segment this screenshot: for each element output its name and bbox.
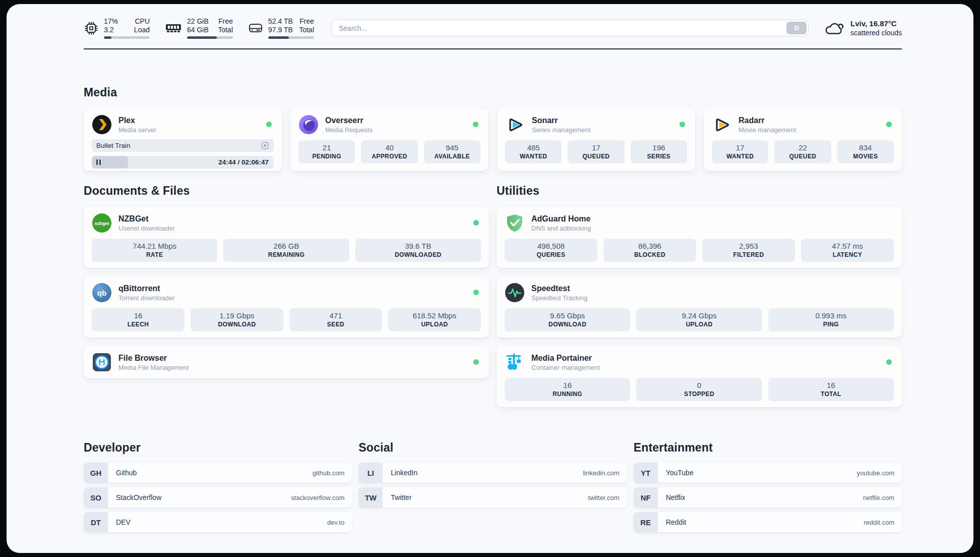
weather-widget: Lviv, 16.87°C scattered clouds [824,19,902,37]
status-dot-online [473,359,479,365]
status-dot-online [886,122,892,127]
section-title-social: Social [358,441,627,455]
app-desc: Series management [532,126,590,134]
media-grid: Plex Media server Bullet Train 24:44 / 0… [84,108,902,171]
status-dot-online [473,220,479,226]
svg-text:qb: qb [97,289,106,297]
ram-stat: 22 GiBFree 64 GiBTotal [165,17,233,39]
sonarr-icon [505,115,525,135]
overseerr-icon [298,115,319,135]
section-title-media: Media [84,86,902,99]
bookmark-github[interactable]: GH Github github.com [84,463,352,483]
search-input[interactable] [331,20,809,36]
bookmark-name: DEV [116,518,131,526]
ram-total-value: 64 GiB [187,26,209,34]
app-desc: Movie management [739,126,796,134]
bookmark-netflix[interactable]: NF Netflix netflix.com [634,487,902,508]
portainer-icon [505,352,525,372]
stat-queued: 17QUEUED [568,140,624,163]
bookmark-name: LinkedIn [391,469,417,477]
app-desc: Usenet downloader [118,224,175,233]
bookmark-abbr: SO [84,487,108,508]
app-name: AdGuard Home [531,214,591,224]
bookmark-dev[interactable]: DT DEV dev.to [84,512,352,532]
cpu-label: CPU [135,17,150,26]
qbittorrent-icon: qb [92,283,112,303]
disk-total-label: Total [299,26,314,34]
bookmark-abbr: TW [358,487,383,508]
now-playing-title: Bullet Train [96,142,261,149]
app-desc: Media server [118,126,156,134]
stat-queries: 498,508QUERIES [505,239,597,262]
filebrowser-icon [92,352,112,372]
stat-filtered: 2,953FILTERED [702,239,795,262]
app-card-overseerr[interactable]: Overseerr Media Requests 21PENDING 40APP… [290,108,488,171]
system-stats: 17%CPU 3.2Load 22 GiBFree 64 GiBTotal [84,17,314,39]
app-name: Plex [118,116,156,126]
bookmark-name: Github [116,469,137,477]
bookmark-url: github.com [313,469,345,477]
bookmark-reddit[interactable]: RE Reddit reddit.com [634,512,902,532]
app-card-sonarr[interactable]: Sonarr Series management 485WANTED 17QUE… [497,108,695,171]
app-desc: Media File Management [118,363,189,372]
stat-approved: 40APPROVED [361,140,417,163]
bookmark-name: Twitter [391,493,411,502]
stat-pending: 21PENDING [298,140,355,163]
stat-leech: 16LEECH [92,308,185,331]
utilities-column: Utilities AdGuard Home DNS and adblockin… [497,184,902,416]
screen-frame: 17%CPU 3.2Load 22 GiBFree 64 GiBTotal [0,0,980,557]
app-desc: Torrent downloader [118,294,174,302]
stat-wanted: 485WANTED [505,140,562,163]
cpu-stat: 17%CPU 3.2Load [84,17,150,39]
app-card-speedtest[interactable]: Speedtest Speedtest Tracking 9.65 GbpsDO… [497,276,902,338]
app-name: File Browser [118,353,189,363]
app-card-nzbget[interactable]: nzbget NZBGet Usenet downloader 744.21 M… [84,207,489,268]
stat-download: 9.65 GbpsDOWNLOAD [505,308,630,331]
app-card-adguard[interactable]: AdGuard Home DNS and adblocking 498,508Q… [497,207,902,268]
bookmark-name: Netflix [666,493,686,502]
bookmark-abbr: DT [84,512,108,532]
app-name: NZBGet [118,214,175,224]
cpu-load-label: Load [134,26,150,34]
search-engine-button[interactable]: G [786,22,807,34]
bookmark-group-developer: Developer GH Github github.com SO StackO… [84,441,352,537]
bookmark-stackoverflow[interactable]: SO StackOverflow stackoverflow.com [84,487,352,508]
bookmark-twitter[interactable]: TW Twitter twitter.com [358,487,627,508]
bookmark-abbr: GH [84,463,108,483]
disk-stat: 52.4 TBFree 97.9 TBTotal [248,17,314,39]
app-name: Radarr [739,116,796,126]
radarr-icon [712,115,732,135]
now-playing-row: Bullet Train [92,139,274,152]
app-card-filebrowser[interactable]: File Browser Media File Management [84,346,489,378]
ram-icon [165,22,182,35]
app-desc: Speedtest Tracking [531,294,587,302]
session-screen-icon [261,141,269,150]
bookmark-group-entertainment: Entertainment YT YouTube youtube.com NF … [634,441,902,537]
app-card-radarr[interactable]: Radarr Movie management 17WANTED 22QUEUE… [704,108,902,171]
stat-running: 16RUNNING [505,378,630,401]
stat-upload: 9.24 GbpsUPLOAD [636,308,762,331]
stat-available: 945AVAILABLE [424,140,480,163]
stat-latency: 47.57 msLATENCY [801,239,894,262]
bookmark-youtube[interactable]: YT YouTube youtube.com [634,463,902,483]
app-card-qbittorrent[interactable]: qb qBittorrent Torrent downloader 16LEEC… [84,276,489,338]
disk-free-label: Free [299,17,314,26]
disk-progress-bar [268,36,314,39]
app-name: Speedtest [531,284,587,294]
pause-icon[interactable] [96,159,101,165]
app-card-plex[interactable]: Plex Media server Bullet Train 24:44 / 0… [84,108,282,171]
stat-stopped: 0STOPPED [636,378,762,401]
stat-series: 196SERIES [631,140,687,163]
status-dot-online [473,290,479,295]
bookmark-abbr: YT [634,463,658,483]
scattered-clouds-icon [824,20,845,36]
weather-condition: scattered clouds [850,28,902,37]
app-name: Sonarr [532,116,590,126]
header-divider [84,48,902,49]
app-card-portainer[interactable]: Media Portainer Container management 16R… [497,346,902,407]
stat-rate: 744.21 MbpsRATE [92,239,217,262]
weather-location-temp: Lviv, 16.87°C [850,19,902,28]
stat-wanted: 17WANTED [712,140,768,163]
app-name: Media Portainer [531,353,600,363]
bookmark-linkedin[interactable]: LI LinkedIn linkedin.com [358,463,627,483]
